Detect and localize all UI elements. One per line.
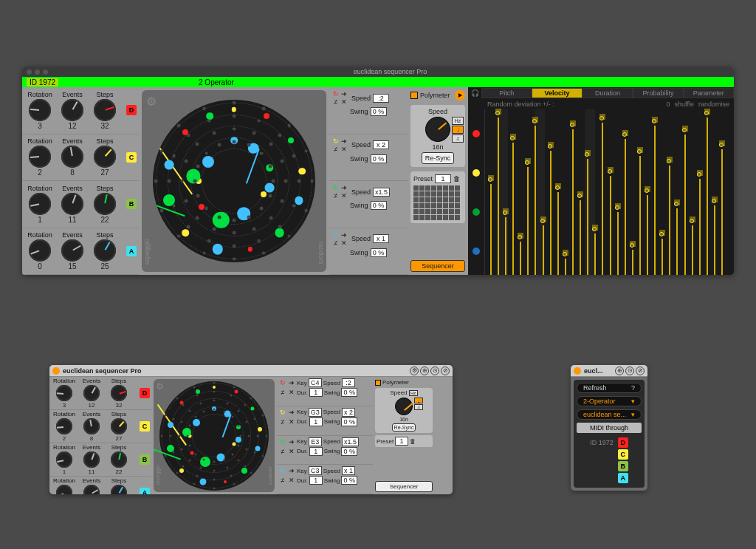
arrow-cycle-icon[interactable]: ↻ (279, 438, 286, 446)
preset-cell[interactable] (425, 203, 430, 208)
preset-cell[interactable] (431, 209, 436, 214)
key-value[interactable]: E3 (309, 437, 322, 446)
device-icon-1[interactable]: ⊕ (420, 366, 429, 375)
velocity-grid[interactable] (484, 109, 734, 275)
preset-cell[interactable] (431, 191, 436, 197)
preset-cell[interactable] (425, 185, 430, 191)
preset-cell[interactable] (419, 203, 425, 208)
shuffle-icon[interactable]: ✕ (288, 389, 295, 396)
shuffle-icon[interactable]: ✕ (288, 477, 295, 484)
preset-cell[interactable] (443, 191, 448, 197)
steps-knob[interactable] (111, 385, 127, 401)
dur-value[interactable]: 1 (309, 417, 323, 426)
dur-value[interactable]: 1 (309, 388, 323, 397)
resync-button[interactable]: Re-Sync (422, 152, 455, 164)
steps-knob[interactable] (94, 99, 116, 121)
preset-number[interactable]: 1 (435, 174, 451, 183)
preset-cell[interactable] (413, 197, 419, 202)
events-knob[interactable] (83, 451, 100, 468)
preset-cell[interactable] (455, 197, 460, 202)
preset-cell[interactable] (437, 191, 442, 197)
channel-chip-C[interactable]: C (126, 152, 137, 163)
unit-hz[interactable]: Hz (452, 117, 464, 125)
steps-knob[interactable] (111, 485, 127, 494)
preset-cell[interactable] (413, 203, 419, 208)
speed-value[interactable]: x 2 (373, 140, 389, 149)
arrow-right-icon[interactable]: ➜ (340, 231, 348, 239)
arrow-cycle-icon[interactable]: ↻ (279, 409, 286, 416)
play-button[interactable] (455, 90, 465, 100)
mini-channel-chip-C[interactable]: C (618, 449, 628, 460)
gear-icon[interactable]: ⚙ (146, 95, 157, 109)
arrow-right-icon[interactable]: ➜ (288, 409, 295, 416)
preset-cell[interactable] (431, 203, 436, 208)
preset-cell[interactable] (449, 215, 454, 220)
preset-cell[interactable] (443, 215, 448, 220)
master-speed-knob[interactable] (425, 117, 450, 142)
shuffle-icon[interactable]: ✕ (288, 448, 295, 455)
steps-knob[interactable] (94, 146, 116, 168)
unit-note[interactable]: ♩ (452, 126, 464, 134)
preset-cell[interactable] (431, 197, 436, 202)
preset-cell[interactable] (443, 203, 448, 208)
not-equal-icon[interactable]: ≠ (279, 418, 286, 426)
randomise-button[interactable]: randomise (698, 100, 729, 108)
events-knob[interactable] (83, 385, 100, 401)
preset-cell[interactable] (449, 191, 454, 197)
preset-cell[interactable] (425, 191, 430, 197)
mini-channel-chip-A[interactable]: A (618, 473, 628, 483)
mini-gear-icon[interactable]: ⚙ (156, 381, 164, 392)
events-knob[interactable] (83, 485, 100, 494)
preset-cell[interactable] (419, 209, 425, 214)
swing-value[interactable]: 0 % (371, 201, 387, 210)
preset-cell[interactable] (413, 215, 419, 220)
lane-indicator[interactable] (472, 130, 480, 137)
preset-cell[interactable] (413, 209, 419, 214)
preset-cell[interactable] (425, 215, 430, 220)
lane-indicator[interactable] (472, 208, 480, 216)
preset-cell[interactable] (443, 209, 448, 214)
swing-value[interactable]: 0 % (371, 154, 387, 163)
tab-duration[interactable]: Duration (583, 88, 633, 98)
titlebar[interactable]: euclidean sequencer Pro (22, 67, 734, 77)
preset-cell[interactable] (437, 185, 442, 191)
preset-cell[interactable] (455, 209, 460, 214)
operator-label[interactable]: 2 Operator (199, 78, 234, 86)
preset-cell[interactable] (437, 203, 442, 208)
polymeter-checkbox[interactable] (410, 92, 418, 99)
speed-value[interactable]: x1.5 (342, 437, 359, 446)
preset-cell[interactable] (455, 203, 460, 208)
arrow-cycle-icon[interactable]: ↻ (332, 90, 340, 98)
rotation-knob[interactable] (29, 193, 51, 215)
rotation-knob[interactable] (29, 239, 51, 262)
speed-value[interactable]: x 1 (373, 234, 389, 243)
channel-chip-B[interactable]: B (126, 199, 137, 209)
device-active-dot[interactable] (52, 367, 60, 375)
swing-value[interactable]: 0 % (341, 447, 357, 456)
preset-cell[interactable] (443, 185, 448, 191)
preset-cell[interactable] (437, 209, 442, 214)
mini-preset-trash-icon[interactable]: 🗑 (410, 438, 416, 445)
steps-knob[interactable] (94, 193, 116, 215)
preset-cell[interactable] (437, 215, 442, 220)
steps-knob[interactable] (111, 418, 127, 434)
unit-triplet[interactable]: ♫ (452, 134, 464, 143)
arrow-cycle-icon[interactable]: ↻ (332, 137, 340, 145)
steps-knob[interactable] (94, 239, 116, 262)
swing-value[interactable]: 0 % (341, 388, 357, 397)
preset-trash-icon[interactable]: 🗑 (453, 175, 460, 183)
preset-cell[interactable] (419, 215, 425, 220)
swing-value[interactable]: 0 % (341, 476, 357, 485)
rotation-knob[interactable] (29, 146, 51, 168)
events-knob[interactable] (61, 193, 83, 215)
key-value[interactable]: C4 (309, 378, 322, 387)
preset-cell[interactable] (419, 185, 425, 191)
mini-resync-button[interactable]: Re-Sync (392, 423, 416, 432)
mini-unit-hz[interactable]: Hz (409, 390, 418, 396)
not-equal-icon[interactable]: ≠ (332, 146, 340, 153)
mini-channel-chip-B[interactable]: B (618, 461, 628, 471)
close-dot[interactable] (27, 69, 32, 75)
shuffle-icon[interactable]: ✕ (340, 146, 348, 153)
speed-value[interactable]: x 2 (342, 408, 355, 417)
swing-value[interactable]: 0 % (371, 248, 387, 257)
